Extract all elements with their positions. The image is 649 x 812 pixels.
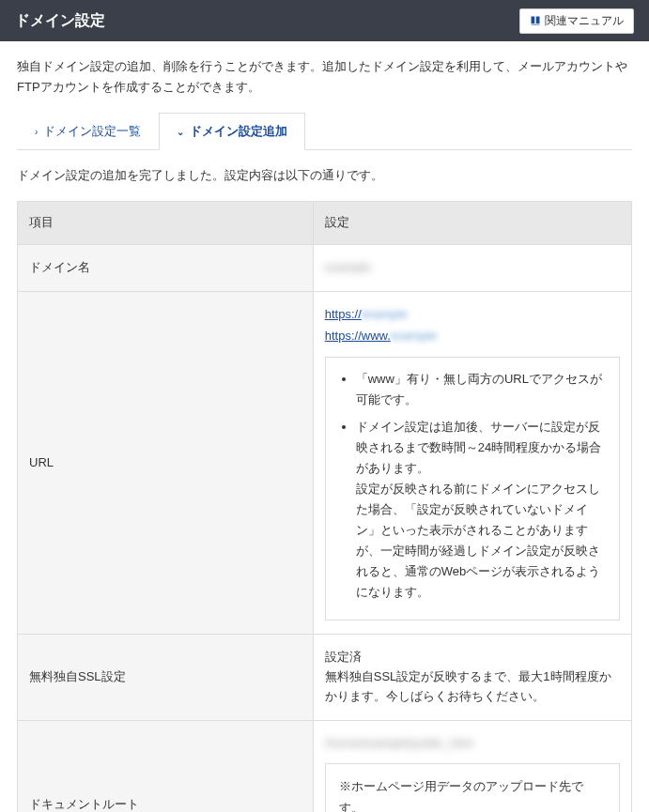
book-icon	[530, 15, 541, 26]
page-title: ドメイン設定	[15, 11, 105, 31]
row-value-domain: example	[313, 244, 631, 291]
table-row: ドメイン名 example	[18, 244, 632, 291]
row-value-docroot: /home/example/public_html ※ホームページ用データのアッ…	[313, 720, 631, 812]
th-setting: 設定	[313, 202, 631, 245]
tab-domain-list[interactable]: › ドメイン設定一覧	[17, 113, 159, 149]
chevron-right-icon: ›	[35, 127, 38, 137]
table-row: ドキュメントルート /home/example/public_html ※ホーム…	[18, 720, 632, 812]
url-bullet-2: ドメイン設定は追加後、サーバーに設定が反映されるまで数時間～24時間程度かかる場…	[356, 417, 606, 604]
tabs: › ドメイン設定一覧 ⌄ ドメイン設定追加	[17, 113, 632, 150]
row-label-url: URL	[18, 291, 314, 635]
tab-list-label: ドメイン設定一覧	[43, 123, 141, 140]
row-label-ssl: 無料独自SSL設定	[18, 635, 314, 720]
manual-button[interactable]: 関連マニュアル	[519, 8, 634, 34]
url-link-1[interactable]: https://example	[325, 305, 620, 325]
url-info-box: 「www」有り・無し両方のURLでアクセスが可能です。 ドメイン設定は追加後、サ…	[325, 357, 620, 620]
th-item: 項目	[18, 202, 314, 245]
row-value-ssl: 設定済 無料独自SSL設定が反映するまで、最大1時間程度かかります。今しばらくお…	[313, 635, 631, 720]
docroot-info-box: ※ホームページ用データのアップロード先です。 FTPソフト等を使用して「publ…	[325, 763, 620, 812]
url-bullet-1: 「www」有り・無し両方のURLでアクセスが可能です。	[356, 369, 606, 410]
table-row: 無料独自SSL設定 設定済 無料独自SSL設定が反映するまで、最大1時間程度かか…	[18, 635, 632, 720]
row-value-url: https://example https://www.example 「www…	[313, 291, 631, 635]
tab-domain-add[interactable]: ⌄ ドメイン設定追加	[159, 113, 305, 150]
row-label-docroot: ドキュメントルート	[18, 720, 314, 812]
manual-label: 関連マニュアル	[545, 13, 624, 29]
tab-add-label: ドメイン設定追加	[190, 123, 287, 140]
row-label-domain: ドメイン名	[18, 244, 314, 291]
status-message: ドメイン設定の追加を完了しました。設定内容は以下の通りです。	[17, 167, 632, 184]
description: 独自ドメイン設定の追加、削除を行うことができます。追加したドメイン設定を利用して…	[17, 56, 632, 98]
table-row: URL https://example https://www.example …	[18, 291, 632, 635]
url-link-2[interactable]: https://www.example	[325, 327, 620, 346]
chevron-down-icon: ⌄	[177, 127, 184, 137]
settings-table: 項目 設定 ドメイン名 example URL https://example …	[17, 201, 632, 812]
